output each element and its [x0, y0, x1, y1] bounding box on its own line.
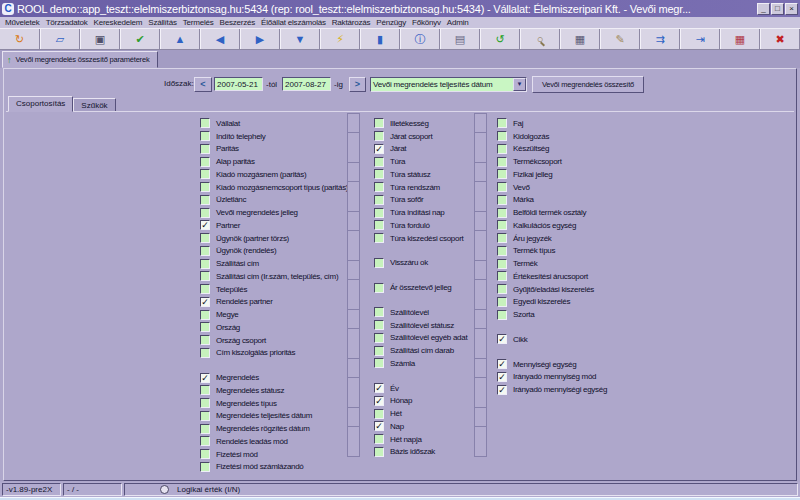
refresh-button[interactable]: ↺	[480, 29, 520, 49]
checkbox[interactable]	[374, 434, 384, 444]
checkbox[interactable]	[200, 385, 210, 395]
checkbox[interactable]: ✓	[374, 396, 384, 406]
checkbox[interactable]	[497, 246, 507, 256]
checkbox[interactable]	[497, 271, 507, 281]
checkbox[interactable]	[374, 220, 384, 230]
menu-item-10[interactable]: Főkönyv	[409, 18, 444, 27]
checkbox[interactable]	[200, 335, 210, 345]
menu-item-7[interactable]: Élőállat elszámolás	[258, 18, 329, 27]
checkbox[interactable]	[497, 131, 507, 141]
checkbox[interactable]	[200, 208, 210, 218]
table-delete-button[interactable]: ▦	[720, 29, 760, 49]
checkbox[interactable]: ✓	[200, 373, 210, 383]
checkbox[interactable]	[374, 208, 384, 218]
exit-button[interactable]: ✖	[760, 29, 800, 49]
checkbox[interactable]	[200, 424, 210, 434]
checkbox[interactable]	[200, 398, 210, 408]
menu-item-6[interactable]: Beszerzés	[217, 18, 259, 27]
nav-next-button[interactable]: ▶	[240, 29, 280, 49]
stamp-button[interactable]: ✎	[600, 29, 640, 49]
menu-item-2[interactable]: Törzsadatok	[43, 18, 91, 27]
checkbox[interactable]	[497, 208, 507, 218]
nav-prev-button[interactable]: ◀	[200, 29, 240, 49]
nav-down-button[interactable]: ▼	[280, 29, 320, 49]
checkbox[interactable]	[497, 284, 507, 294]
checkbox[interactable]	[200, 436, 210, 446]
checkbox[interactable]	[374, 195, 384, 205]
period-next-button[interactable]: >	[349, 77, 366, 92]
tab-csoportositas[interactable]: Csoportosítás	[8, 96, 73, 112]
checkbox[interactable]	[200, 310, 210, 320]
form-window-button[interactable]: ▤	[440, 29, 480, 49]
checkbox[interactable]	[374, 233, 384, 243]
checkbox[interactable]	[200, 462, 210, 472]
checkbox[interactable]	[200, 118, 210, 128]
open-folder-button[interactable]: ▱	[40, 29, 80, 49]
checkbox[interactable]	[374, 409, 384, 419]
checkbox[interactable]	[374, 283, 384, 293]
search-button[interactable]: ○	[520, 29, 560, 49]
checkbox[interactable]	[497, 220, 507, 230]
restore-button[interactable]: □	[771, 3, 784, 15]
checkbox[interactable]	[497, 310, 507, 320]
checkbox[interactable]	[200, 131, 210, 141]
checkbox[interactable]	[200, 348, 210, 358]
period-from-input[interactable]	[214, 77, 263, 91]
checkbox[interactable]	[200, 271, 210, 281]
checkbox[interactable]	[497, 195, 507, 205]
checkbox[interactable]: ✓	[374, 421, 384, 431]
checkbox[interactable]	[200, 449, 210, 459]
period-to-input[interactable]	[282, 77, 331, 91]
tab-vevoi-megrendeles-osszesito-parameterek[interactable]: ↑ Vevői megrendelés összesítő paramétere…	[2, 51, 158, 68]
checkbox[interactable]	[200, 411, 210, 421]
checkbox[interactable]	[374, 333, 384, 343]
checkbox[interactable]	[374, 169, 384, 179]
table-import-button[interactable]: ⇥	[680, 29, 720, 49]
date-type-select[interactable]: Vevői megrendelés teljesítés dátum ▼	[370, 77, 527, 92]
checkbox[interactable]: ✓	[497, 372, 507, 382]
checkbox[interactable]	[497, 233, 507, 243]
checkbox[interactable]	[200, 144, 210, 154]
menu-item-11[interactable]: Admin	[444, 18, 472, 27]
checkbox[interactable]: ✓	[497, 359, 507, 369]
summary-submit-button[interactable]: Vevői megrendelés összesítő	[532, 76, 644, 93]
table-export-button[interactable]: ⇉	[640, 29, 680, 49]
tab-szukok[interactable]: Szűkök	[73, 98, 115, 112]
minimize-button[interactable]: _	[757, 3, 770, 15]
menu-item-8[interactable]: Raktározás	[329, 18, 373, 27]
sync-button[interactable]: ↻	[0, 29, 40, 49]
checkbox[interactable]	[200, 195, 210, 205]
confirm-button[interactable]: ✔	[120, 29, 160, 49]
menu-item-4[interactable]: Szállítás	[145, 18, 179, 27]
checkbox[interactable]	[374, 258, 384, 268]
period-prev-button[interactable]: <	[194, 77, 212, 92]
checkbox[interactable]	[374, 182, 384, 192]
checkbox[interactable]	[200, 169, 210, 179]
checkbox[interactable]	[497, 157, 507, 167]
checkbox[interactable]	[497, 182, 507, 192]
checkbox[interactable]	[200, 233, 210, 243]
menu-item-1[interactable]: Műveletek	[2, 18, 43, 27]
checkbox[interactable]	[200, 284, 210, 294]
checkbox[interactable]	[374, 307, 384, 317]
checkbox[interactable]	[374, 346, 384, 356]
checkbox[interactable]	[497, 297, 507, 307]
checkbox[interactable]: ✓	[497, 334, 507, 344]
checkbox[interactable]	[497, 259, 507, 269]
logical-value-radio[interactable]	[160, 485, 169, 494]
nav-up-button[interactable]: ▲	[160, 29, 200, 49]
checkbox[interactable]	[374, 131, 384, 141]
checkbox[interactable]	[374, 447, 384, 457]
table-rows-button[interactable]: ▦	[560, 29, 600, 49]
checkbox[interactable]: ✓	[374, 383, 384, 393]
checkbox[interactable]	[374, 118, 384, 128]
checkbox[interactable]	[200, 157, 210, 167]
checkbox[interactable]	[374, 157, 384, 167]
menu-item-9[interactable]: Pénzügy	[373, 18, 409, 27]
info-button[interactable]: ⓘ	[400, 29, 440, 49]
close-button[interactable]: ×	[785, 3, 798, 15]
checkbox[interactable]	[497, 118, 507, 128]
checkbox[interactable]	[497, 169, 507, 179]
checkbox[interactable]: ✓	[497, 385, 507, 395]
edit-button[interactable]: ⚡	[320, 29, 360, 49]
